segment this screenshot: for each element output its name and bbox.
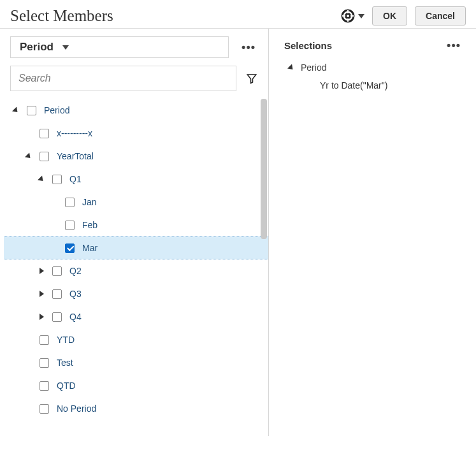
members-more-menu[interactable]: ••• [236, 38, 261, 57]
svg-point-1 [346, 14, 350, 18]
member-checkbox[interactable] [40, 404, 49, 414]
collapse-toggle[interactable] [24, 152, 33, 161]
tree-node[interactable]: Jan [0, 191, 268, 214]
member-checkbox[interactable] [52, 266, 62, 276]
triangle-closed-icon [40, 268, 44, 274]
selection-item-list: Yr to Date("Mar") [284, 75, 466, 96]
filter-button[interactable] [243, 69, 261, 87]
expand-toggle[interactable] [37, 266, 46, 275]
triangle-open-icon [287, 64, 295, 71]
tree-node[interactable]: YTD [0, 328, 268, 351]
member-label[interactable]: QTD [53, 381, 76, 391]
member-checkbox[interactable] [40, 152, 49, 161]
member-checkbox[interactable] [40, 381, 49, 391]
selection-group[interactable]: Period [284, 60, 466, 75]
member-label[interactable]: x---------x [53, 128, 92, 138]
member-tree[interactable]: Periodx---------xYearTotalQ1JanFebMarQ2Q… [0, 96, 268, 436]
triangle-closed-icon [40, 314, 44, 320]
triangle-closed-icon [40, 291, 44, 297]
search-input[interactable] [10, 66, 236, 91]
cancel-button[interactable]: Cancel [415, 6, 466, 25]
dialog-header: Select Members OK Cancel [0, 0, 476, 28]
filter-icon [246, 73, 257, 84]
member-label[interactable]: Q3 [66, 289, 82, 299]
tree-node[interactable]: Mar [4, 236, 268, 259]
ok-button[interactable]: OK [372, 6, 407, 25]
member-label[interactable]: YearTotal [53, 151, 94, 161]
tree-node[interactable]: x---------x [0, 122, 268, 145]
expand-toggle[interactable] [37, 312, 46, 321]
member-label[interactable]: Q2 [66, 266, 82, 276]
tree-node[interactable]: QTD [0, 374, 268, 397]
member-checkbox[interactable] [40, 129, 49, 138]
svg-marker-6 [247, 75, 256, 83]
member-checkbox[interactable] [52, 289, 62, 299]
dimension-selector[interactable]: Period [10, 36, 229, 58]
member-checkbox[interactable] [52, 312, 62, 322]
scrollbar-thumb[interactable] [261, 99, 267, 239]
tree-node[interactable]: Q4 [0, 305, 268, 328]
tree-node[interactable]: Test [0, 351, 268, 374]
member-checkbox[interactable] [27, 106, 36, 115]
member-checkbox[interactable] [40, 358, 49, 368]
tree-node[interactable]: No Period [0, 397, 268, 420]
member-checkbox[interactable] [65, 243, 75, 253]
member-label[interactable]: Period [40, 105, 69, 115]
member-label[interactable]: Q4 [66, 312, 82, 322]
member-checkbox[interactable] [40, 335, 49, 345]
member-label[interactable]: Mar [78, 243, 97, 253]
tree-node[interactable]: Feb [0, 214, 268, 236]
member-label[interactable]: Test [53, 358, 73, 368]
member-label[interactable]: Jan [78, 197, 97, 207]
selections-title: Selections [284, 40, 442, 51]
tree-node[interactable]: YearTotal [0, 145, 268, 168]
member-checkbox[interactable] [52, 175, 62, 184]
dialog-title: Select Members [10, 7, 340, 25]
member-label[interactable]: No Period [53, 403, 96, 414]
member-label[interactable]: Feb [78, 220, 97, 230]
selection-item[interactable]: Yr to Date("Mar") [284, 75, 466, 96]
triangle-open-icon [38, 175, 45, 183]
tree-node[interactable]: Q2 [0, 259, 268, 282]
member-checkbox[interactable] [65, 221, 75, 230]
selections-pane: Selections ••• Period Yr to Date("Mar") [269, 29, 476, 436]
chevron-down-icon [62, 45, 69, 50]
collapse-toggle[interactable] [11, 106, 20, 115]
help-menu[interactable] [340, 8, 364, 24]
search-row [0, 63, 268, 96]
selections-more-menu[interactable]: ••• [442, 36, 466, 55]
expand-toggle[interactable] [37, 289, 46, 298]
triangle-open-icon [25, 152, 32, 160]
member-checkbox[interactable] [65, 198, 75, 207]
tree-node[interactable]: Q1 [0, 168, 268, 191]
tree-node[interactable]: Period [0, 99, 268, 122]
dimension-row: Period ••• [0, 36, 268, 63]
help-icon [340, 8, 356, 24]
chevron-down-icon [358, 14, 364, 18]
selections-header: Selections ••• [284, 36, 466, 60]
members-pane: Period ••• Periodx---------xYearTotalQ1J… [0, 29, 269, 436]
main-content: Period ••• Periodx---------xYearTotalQ1J… [0, 28, 476, 436]
member-label[interactable]: Q1 [66, 174, 82, 184]
tree-node[interactable]: Q3 [0, 282, 268, 305]
triangle-open-icon [12, 106, 20, 114]
header-actions: OK Cancel [340, 6, 466, 25]
selection-group-label: Period [301, 62, 326, 73]
expand-toggle[interactable] [287, 63, 296, 72]
member-label[interactable]: YTD [53, 335, 75, 345]
dimension-label: Period [20, 41, 54, 54]
collapse-toggle[interactable] [37, 175, 46, 184]
